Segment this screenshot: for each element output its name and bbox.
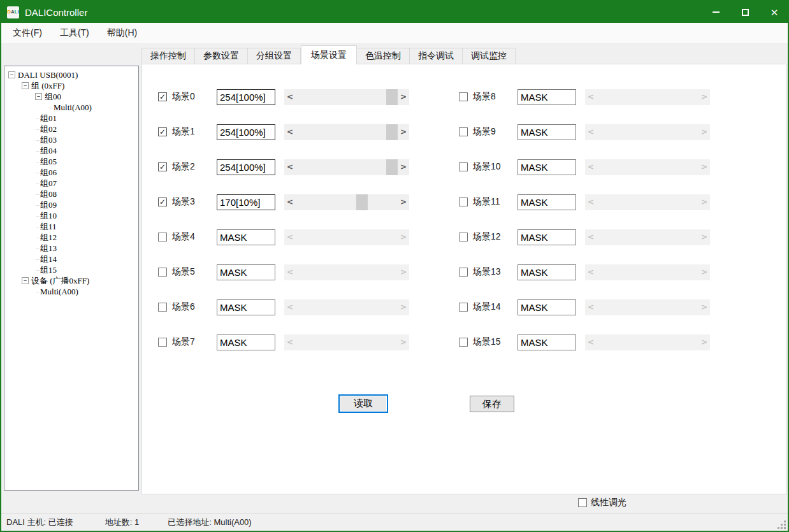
scene-checkbox[interactable] [158,303,167,312]
tree-item-2[interactable]: −组00 [4,91,138,102]
menu-item-2[interactable]: 帮助(H) [101,24,143,43]
tree-item-12[interactable]: ···组09 [4,199,138,210]
tree-item-0[interactable]: −DALI USB(0001) [4,69,138,80]
read-button[interactable]: 读取 [338,394,388,413]
tab-4[interactable]: 色温控制 [357,48,410,64]
resize-grip[interactable] [778,521,786,529]
scene-slider[interactable]: <> [284,89,409,105]
tree-item-4[interactable]: ···组01 [4,113,138,124]
tree-expander-icon[interactable]: − [22,277,29,284]
tree-item-label: 组14 [40,254,57,265]
scene-value-input[interactable] [217,89,275,105]
tree-item-10[interactable]: ···组07 [4,178,138,189]
scene-value-input[interactable] [217,229,275,245]
tree-item-18[interactable]: ···组15 [4,264,138,275]
tree-expander-icon[interactable]: − [22,82,29,89]
slider-thumb[interactable] [386,89,398,105]
slider-left-arrow-icon[interactable]: < [284,124,296,140]
scene-checkbox[interactable]: ✓ [158,198,167,206]
scene-checkbox[interactable]: ✓ [158,162,167,171]
tree-expander-icon[interactable]: − [8,71,15,78]
scene-row-left-1: ✓场景1<> [158,124,409,140]
scene-checkbox[interactable]: ✓ [158,127,167,136]
slider-left-arrow-icon[interactable]: < [284,159,296,175]
menu-item-1[interactable]: 工具(T) [54,24,96,43]
slider-left-arrow-icon: < [585,124,597,140]
tree-item-7[interactable]: ···组04 [4,145,138,156]
save-button[interactable]: 保存 [470,396,514,412]
tree-expander-icon[interactable]: − [35,93,42,100]
scene-checkbox[interactable] [459,198,468,206]
minimize-button[interactable] [701,0,730,24]
tree-item-20[interactable]: ···Multi(A00) [4,286,138,297]
scene-slider[interactable]: <> [284,159,409,175]
tree-item-15[interactable]: ···组12 [4,232,138,243]
tree-item-11[interactable]: ···组08 [4,189,138,199]
scene-checkbox[interactable] [459,92,468,101]
slider-left-arrow-icon: < [585,229,597,245]
tree-item-5[interactable]: ···组02 [4,124,138,134]
scene-checkbox[interactable] [459,233,468,241]
tree-item-6[interactable]: ···组03 [4,134,138,145]
tree-item-14[interactable]: ···组11 [4,221,138,232]
linear-dim-checkbox[interactable] [578,498,587,507]
tab-5[interactable]: 指令调试 [410,48,463,64]
tab-1[interactable]: 参数设置 [195,48,248,64]
linear-dim-option: 线性调光 [578,497,626,508]
tab-0[interactable]: 操作控制 [141,48,195,64]
scene-value-input[interactable] [518,264,576,280]
tree-item-1[interactable]: −组 (0xFF) [4,80,138,91]
scene-value-input[interactable] [518,194,576,210]
tab-2[interactable]: 分组设置 [248,48,301,64]
tab-3[interactable]: 场景设置 [301,45,357,64]
scene-value-input[interactable] [518,89,576,105]
tree-item-17[interactable]: ···组14 [4,254,138,264]
scene-slider: <> [585,299,710,315]
close-button[interactable]: ✕ [760,0,789,24]
scene-checkbox[interactable] [459,338,468,347]
scene-checkbox[interactable] [158,233,167,241]
scene-value-input[interactable] [217,299,275,315]
tree-item-3[interactable]: ···Multi(A00) [4,102,138,113]
scene-value-input[interactable] [217,264,275,280]
scene-slider[interactable]: <> [284,124,409,140]
scene-checkbox[interactable] [459,127,468,136]
slider-thumb[interactable] [386,159,398,175]
scene-value-input[interactable] [217,124,275,140]
scene-value-input[interactable] [518,229,576,245]
tree-connector: ··· [48,104,52,111]
scene-checkbox[interactable]: ✓ [158,92,167,101]
scene-value-input[interactable] [217,194,275,210]
slider-right-arrow-icon[interactable]: > [398,89,409,105]
slider-right-arrow-icon[interactable]: > [398,124,409,140]
tree-item-16[interactable]: ···组13 [4,243,138,254]
slider-right-arrow-icon: > [398,264,409,280]
tree-item-13[interactable]: ···组10 [4,210,138,221]
scene-checkbox[interactable] [459,303,468,312]
scene-checkbox[interactable] [459,268,468,277]
scene-value-input[interactable] [518,159,576,175]
tree-item-8[interactable]: ···组05 [4,156,138,167]
slider-thumb[interactable] [356,194,368,210]
scene-value-input[interactable] [518,299,576,315]
maximize-button[interactable] [730,0,760,24]
slider-left-arrow-icon[interactable]: < [284,194,296,210]
tree-item-19[interactable]: −设备 (广播0xFF) [4,275,138,286]
scene-label: 场景13 [473,266,518,278]
scene-value-input[interactable] [217,159,275,175]
slider-right-arrow-icon[interactable]: > [398,159,409,175]
tab-6[interactable]: 调试监控 [463,48,516,64]
scene-checkbox[interactable] [158,338,167,347]
scene-row-right-1: 场景9<> [459,124,710,140]
scene-slider[interactable]: <> [284,194,409,210]
scene-checkbox[interactable] [158,268,167,277]
scene-value-input[interactable] [217,334,275,350]
slider-left-arrow-icon[interactable]: < [284,89,296,105]
scene-checkbox[interactable] [459,162,468,171]
menu-item-0[interactable]: 文件(F) [6,24,48,43]
tree-item-9[interactable]: ···组06 [4,167,138,178]
slider-thumb[interactable] [386,124,398,140]
scene-value-input[interactable] [518,334,576,350]
scene-value-input[interactable] [518,124,576,140]
slider-right-arrow-icon[interactable]: > [398,194,409,210]
